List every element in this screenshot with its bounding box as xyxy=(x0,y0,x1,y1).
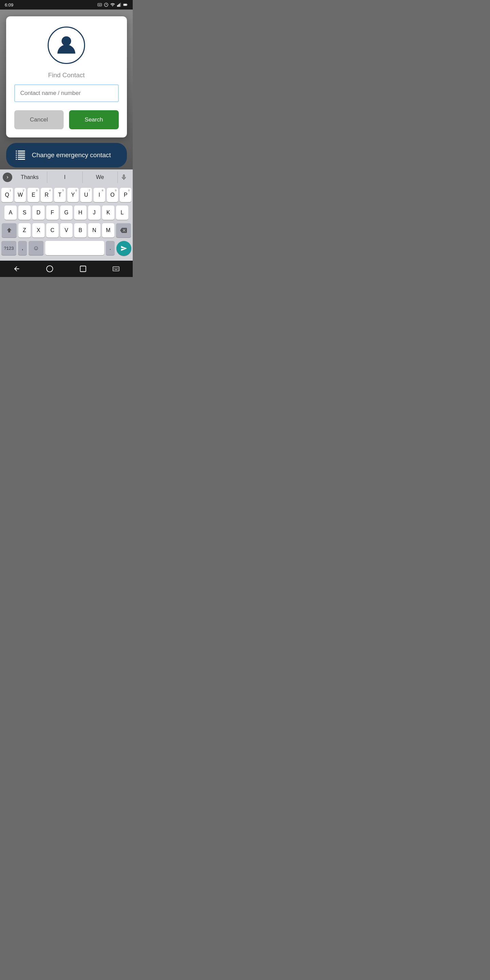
status-bar: 6:09 xyxy=(0,0,133,10)
modal-title: Find Contact xyxy=(48,72,85,79)
svg-rect-7 xyxy=(101,5,101,5)
keyboard-row-2: A S D F G H J K L xyxy=(2,205,131,220)
svg-rect-8 xyxy=(117,5,118,7)
chevron-right-icon xyxy=(5,175,10,180)
nav-recents-icon[interactable] xyxy=(79,265,87,272)
delete-key[interactable] xyxy=(116,223,131,237)
search-button[interactable]: Search xyxy=(69,110,119,129)
nfc-icon xyxy=(104,2,108,7)
keyboard-row-4: ?123 , ☺ . xyxy=(2,241,131,256)
key-i[interactable]: 8I xyxy=(94,188,105,202)
key-n[interactable]: N xyxy=(88,223,100,237)
nav-back-icon[interactable] xyxy=(13,265,21,272)
period-key[interactable]: . xyxy=(106,241,115,255)
mic-icon xyxy=(121,174,127,181)
nav-bar xyxy=(0,261,133,277)
svg-point-15 xyxy=(47,266,53,272)
key-p[interactable]: 0P xyxy=(120,188,131,202)
key-g[interactable]: G xyxy=(60,205,73,220)
send-icon xyxy=(121,245,127,252)
svg-rect-3 xyxy=(100,4,100,5)
suggestion-we[interactable]: We xyxy=(83,172,118,183)
key-m[interactable]: M xyxy=(102,223,115,237)
key-k[interactable]: K xyxy=(102,205,115,220)
shift-key[interactable] xyxy=(2,223,17,237)
modal-buttons: Cancel Search xyxy=(14,110,119,129)
key-e[interactable]: 3E xyxy=(27,188,39,202)
svg-rect-13 xyxy=(124,4,127,5)
keyboard-icon xyxy=(97,2,102,7)
svg-rect-19 xyxy=(115,268,116,269)
contact-avatar xyxy=(48,27,85,64)
svg-rect-16 xyxy=(80,266,86,272)
expand-suggestions-button[interactable] xyxy=(3,172,12,182)
contacts-icon xyxy=(14,149,27,161)
key-u[interactable]: 7U xyxy=(80,188,92,202)
keyboard-row-1: 1Q 2W 3E 4R 5T 6Y 7U 8I 9O 0P xyxy=(2,188,131,202)
enter-key[interactable] xyxy=(116,241,131,256)
svg-rect-9 xyxy=(118,5,119,7)
svg-rect-5 xyxy=(98,5,99,5)
svg-rect-23 xyxy=(115,269,118,270)
signal-icon xyxy=(117,2,121,7)
svg-rect-2 xyxy=(99,4,99,5)
key-j[interactable]: J xyxy=(88,205,100,220)
svg-rect-17 xyxy=(113,267,119,271)
person-icon xyxy=(54,33,78,57)
wifi-icon xyxy=(110,2,115,7)
comma-key[interactable]: , xyxy=(18,241,27,255)
svg-rect-18 xyxy=(114,268,115,269)
svg-point-14 xyxy=(62,37,71,46)
key-v[interactable]: V xyxy=(60,223,73,237)
nav-keyboard-icon[interactable] xyxy=(112,265,120,272)
find-contact-modal: Find Contact Cancel Search xyxy=(6,16,127,137)
key-t[interactable]: 5T xyxy=(54,188,66,202)
keyboard: 1Q 2W 3E 4R 5T 6Y 7U 8I 9O 0P A S D F G … xyxy=(0,185,133,261)
key-l[interactable]: L xyxy=(116,205,128,220)
svg-rect-0 xyxy=(98,3,102,6)
numeric-key[interactable]: ?123 xyxy=(2,241,16,255)
svg-rect-4 xyxy=(101,4,101,5)
emergency-contact-banner[interactable]: Change emergency contact xyxy=(6,143,127,167)
nav-home-icon[interactable] xyxy=(46,265,53,272)
svg-rect-6 xyxy=(99,5,100,5)
background-area: Find Contact Cancel Search Change emerge… xyxy=(0,10,133,169)
space-key[interactable] xyxy=(45,241,104,255)
key-s[interactable]: S xyxy=(18,205,30,220)
svg-rect-24 xyxy=(118,269,118,270)
svg-rect-10 xyxy=(119,4,120,7)
shift-icon xyxy=(6,227,12,234)
key-a[interactable]: A xyxy=(5,205,17,220)
svg-rect-1 xyxy=(98,4,99,5)
status-icons xyxy=(97,2,128,7)
emergency-banner-label: Change emergency contact xyxy=(32,151,111,159)
key-h[interactable]: H xyxy=(74,205,86,220)
cancel-button[interactable]: Cancel xyxy=(14,110,64,129)
mic-button[interactable] xyxy=(118,171,130,183)
key-z[interactable]: Z xyxy=(18,223,30,237)
battery-icon xyxy=(123,2,128,7)
backspace-icon xyxy=(120,227,127,234)
key-o[interactable]: 9O xyxy=(107,188,118,202)
suggestion-i[interactable]: I xyxy=(47,172,82,183)
key-w[interactable]: 2W xyxy=(14,188,26,202)
svg-rect-21 xyxy=(118,268,118,269)
key-b[interactable]: B xyxy=(74,223,86,237)
svg-rect-20 xyxy=(116,268,117,269)
status-time: 6:09 xyxy=(5,2,13,8)
key-q[interactable]: 1Q xyxy=(2,188,13,202)
key-d[interactable]: D xyxy=(32,205,45,220)
keyboard-row-3: Z X C V B N M xyxy=(2,223,131,237)
contact-search-input[interactable] xyxy=(14,84,119,102)
key-c[interactable]: C xyxy=(46,223,59,237)
keyboard-suggestions: Thanks I We xyxy=(0,169,133,185)
key-x[interactable]: X xyxy=(32,223,45,237)
key-f[interactable]: F xyxy=(46,205,59,220)
emoji-key[interactable]: ☺ xyxy=(29,241,43,255)
suggestion-thanks[interactable]: Thanks xyxy=(12,172,47,183)
key-r[interactable]: 4R xyxy=(41,188,52,202)
svg-rect-22 xyxy=(114,269,115,270)
key-y[interactable]: 6Y xyxy=(67,188,79,202)
svg-rect-11 xyxy=(120,3,121,7)
